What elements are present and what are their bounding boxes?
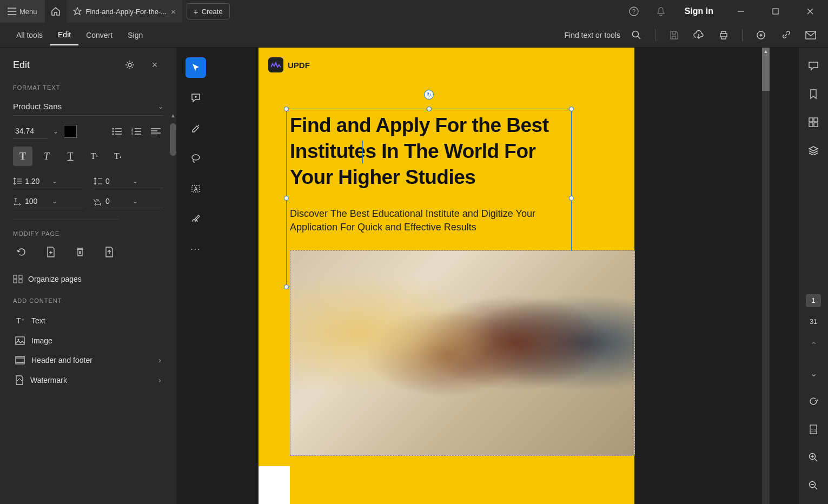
highlight-tool[interactable]: [186, 118, 206, 138]
chevron-down-icon[interactable]: ⌄: [53, 128, 58, 135]
svg-rect-5: [806, 31, 816, 39]
current-page-badge[interactable]: 1: [806, 294, 821, 307]
cloud-button[interactable]: [690, 26, 707, 44]
document-tab[interactable]: Find-and-Apply-For-the-... ×: [67, 0, 182, 23]
prev-page-button[interactable]: ⌃: [805, 336, 822, 354]
bullet-list-button[interactable]: [109, 124, 124, 139]
create-button[interactable]: + Create: [187, 3, 230, 19]
resize-handle-mr[interactable]: [569, 196, 574, 201]
brand-mark: UPDF: [268, 57, 310, 72]
add-image-button[interactable]: Image: [13, 331, 163, 350]
right-rail: 1 31 ⌃ ⌄ 1:1: [799, 48, 828, 504]
text-color-swatch[interactable]: [64, 125, 77, 138]
more-tools[interactable]: ···: [186, 239, 206, 260]
menu-button[interactable]: Menu: [0, 0, 45, 23]
font-size-input[interactable]: [13, 123, 48, 139]
svg-text:+: +: [22, 317, 24, 322]
layers-panel-button[interactable]: [805, 142, 822, 159]
add-text-button[interactable]: T+ Text: [13, 310, 163, 331]
select-tool[interactable]: [186, 57, 206, 78]
document-canvas[interactable]: UPDF Find and Apply For the Best Institu…: [209, 48, 799, 504]
tab-all-tools[interactable]: All tools: [9, 25, 50, 45]
tab-sign[interactable]: Sign: [120, 25, 150, 45]
superscript-button[interactable]: T¹: [84, 147, 104, 166]
fit-page-button[interactable]: 1:1: [805, 421, 822, 438]
draw-tool[interactable]: [186, 148, 206, 169]
resize-handle-tl[interactable]: [284, 107, 289, 111]
close-tab-icon[interactable]: ×: [171, 7, 176, 16]
home-button[interactable]: [45, 0, 67, 23]
horizontal-scale-input[interactable]: T ⌄: [13, 195, 83, 208]
panel-settings-button[interactable]: [121, 56, 138, 74]
format-text-label: FORMAT TEXT: [13, 84, 163, 91]
next-page-button[interactable]: ⌄: [805, 364, 822, 382]
panel-close-button[interactable]: ×: [146, 56, 163, 74]
gear-icon: [125, 60, 135, 70]
align-button[interactable]: [148, 124, 163, 139]
bold-button[interactable]: T: [13, 147, 32, 166]
svg-rect-15: [14, 275, 17, 278]
add-header-footer-button[interactable]: Header and footer ›: [13, 350, 163, 370]
minimize-button[interactable]: [728, 0, 753, 23]
print-icon: [719, 30, 728, 40]
save-button[interactable]: [665, 26, 683, 44]
subscript-button[interactable]: T₁: [108, 147, 128, 166]
sparkle-icon: [756, 30, 766, 40]
tab-edit[interactable]: Edit: [50, 25, 78, 45]
print-button[interactable]: [715, 26, 732, 44]
font-family-select[interactable]: Product Sans ⌄: [13, 97, 163, 116]
chevron-right-icon: ›: [158, 376, 161, 384]
zoom-out-button[interactable]: [805, 477, 822, 494]
insert-page-button[interactable]: [42, 243, 59, 261]
help-button[interactable]: ?: [625, 3, 642, 20]
comment-tool[interactable]: [186, 88, 206, 108]
signin-button[interactable]: Sign in: [679, 6, 719, 16]
paragraph-spacing-input[interactable]: ⌄: [94, 175, 163, 188]
sign-tool[interactable]: [186, 209, 206, 229]
organize-pages-button[interactable]: Organize pages: [13, 270, 163, 288]
extract-page-button[interactable]: [101, 243, 118, 261]
thumbnails-panel-button[interactable]: [805, 114, 822, 131]
scrollbar-up-arrow[interactable]: ▲: [762, 49, 770, 54]
underline-button[interactable]: T: [61, 147, 80, 166]
rotate-page-button[interactable]: [13, 243, 30, 261]
bullet-list-icon: [112, 128, 122, 135]
fit-page-icon: 1:1: [809, 424, 818, 435]
chat-panel-button[interactable]: [805, 57, 822, 75]
numbered-list-button[interactable]: 123: [129, 124, 144, 139]
pdf-page[interactable]: UPDF Find and Apply For the Best Institu…: [259, 48, 634, 504]
bookmark-panel-button[interactable]: [805, 85, 822, 103]
resize-handle-bl[interactable]: [284, 284, 289, 289]
delete-page-button[interactable]: [71, 243, 89, 261]
organize-label: Organize pages: [28, 275, 82, 283]
scroll-up-icon[interactable]: ▲: [170, 112, 176, 121]
close-window-button[interactable]: [798, 0, 823, 23]
rotate-icon: [809, 396, 818, 406]
maximize-button[interactable]: [763, 0, 788, 23]
find-label[interactable]: Find text or tools: [565, 31, 621, 39]
rotate-view-button[interactable]: [805, 393, 822, 410]
resize-handle-ml[interactable]: [284, 196, 289, 201]
resize-handle-tm[interactable]: [427, 107, 432, 111]
ai-button[interactable]: [752, 26, 770, 44]
tab-convert[interactable]: Convert: [78, 25, 120, 45]
add-watermark-button[interactable]: Watermark ›: [13, 370, 163, 390]
italic-button[interactable]: T: [37, 147, 56, 166]
help-icon: ?: [629, 6, 639, 16]
search-button[interactable]: [628, 26, 645, 44]
sidebar-scrollbar[interactable]: [170, 123, 176, 156]
text-box-tool[interactable]: A: [186, 178, 206, 199]
resize-handle-tr[interactable]: [569, 107, 574, 111]
svg-text:3: 3: [131, 132, 133, 135]
email-button[interactable]: [802, 26, 819, 44]
char-spacing-input[interactable]: VA ⌄: [94, 195, 163, 208]
zoom-in-button[interactable]: [805, 449, 822, 466]
notifications-button[interactable]: [652, 3, 670, 20]
line-height-input[interactable]: ⌄: [13, 175, 83, 188]
link-button[interactable]: [777, 26, 794, 44]
tab-title: Find-and-Apply-For-the-...: [86, 8, 167, 16]
canvas-scrollbar-track[interactable]: [762, 48, 770, 504]
rotate-handle[interactable]: ↻: [424, 90, 434, 100]
canvas-scrollbar-thumb[interactable]: [762, 48, 770, 91]
hero-image[interactable]: [290, 250, 635, 456]
